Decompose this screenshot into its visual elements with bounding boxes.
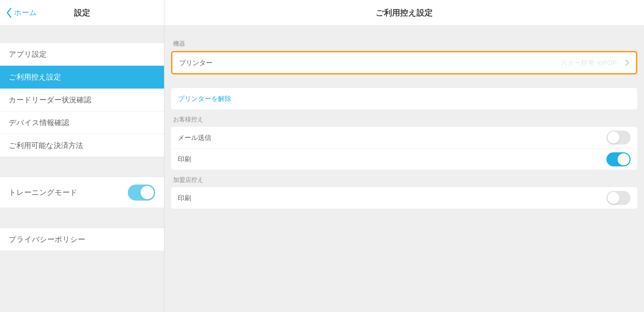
- sidebar-item-device-info[interactable]: デバイス情報確認: [0, 111, 164, 134]
- sidebar-item-app-settings[interactable]: アプリ設定: [0, 43, 164, 66]
- training-mode-toggle[interactable]: [128, 185, 155, 201]
- sidebar-header: ホーム 設定: [0, 0, 164, 25]
- email-send-toggle[interactable]: [606, 131, 631, 145]
- sidebar: ホーム 設定 アプリ設定 ご利用控え設定 カードリーダー状況確認 デバイス情報確…: [0, 0, 164, 312]
- email-send-label: メール送信: [178, 133, 211, 142]
- main-body: 機器 プリンター スター精密 mPOP: [164, 25, 644, 222]
- printer-row[interactable]: プリンター スター精密 mPOP: [172, 52, 636, 73]
- sidebar-spacer: [0, 208, 164, 228]
- sidebar-item-label: ご利用控え設定: [9, 72, 61, 82]
- email-send-row: メール送信: [171, 127, 637, 148]
- chevron-right-icon: [625, 59, 629, 66]
- main-header: ご利用控え設定: [164, 0, 644, 25]
- sidebar-item-label: アプリ設定: [9, 49, 47, 59]
- main: ご利用控え設定 機器 プリンター スター精密 mPOP: [164, 0, 644, 312]
- sidebar-item-receipt-settings[interactable]: ご利用控え設定: [0, 66, 164, 89]
- sidebar-item-privacy-policy[interactable]: プライバシーポリシー: [0, 228, 164, 251]
- printer-row-highlight: プリンター スター精密 mPOP: [171, 51, 637, 74]
- training-mode-label: トレーニングモード: [9, 188, 77, 198]
- merchant-print-row: 印刷: [171, 187, 637, 209]
- unlink-printer-group: プリンターを解除: [171, 88, 637, 109]
- privacy-policy-label: プライバシーポリシー: [9, 235, 85, 245]
- sidebar-item-label: ご利用可能な決済方法: [9, 141, 83, 151]
- printer-value: スター精密 mPOP: [560, 58, 617, 67]
- customer-print-row: 印刷: [171, 148, 637, 170]
- back-label: ホーム: [14, 8, 37, 18]
- unlink-printer-label: プリンターを解除: [178, 94, 231, 103]
- merchant-copy-group: 印刷: [171, 187, 637, 209]
- sidebar-item-payment-methods[interactable]: ご利用可能な決済方法: [0, 134, 164, 157]
- sidebar-item-label: カードリーダー状況確認: [9, 95, 91, 105]
- sidebar-item-label: デバイス情報確認: [9, 118, 69, 128]
- chevron-left-icon: [6, 8, 12, 18]
- customer-copy-group: メール送信 印刷: [171, 127, 637, 170]
- sidebar-spacer: [0, 157, 164, 177]
- customer-print-label: 印刷: [178, 155, 191, 164]
- section-label-device: 機器: [171, 34, 637, 51]
- unlink-printer-button[interactable]: プリンターを解除: [171, 88, 637, 109]
- back-button[interactable]: ホーム: [0, 8, 37, 18]
- sidebar-spacer: [0, 25, 164, 43]
- page-title: ご利用控え設定: [376, 7, 433, 18]
- customer-print-toggle[interactable]: [606, 152, 631, 166]
- section-label-customer-copy: お客様控え: [171, 109, 637, 127]
- merchant-print-label: 印刷: [178, 194, 191, 203]
- sidebar-item-training-mode[interactable]: トレーニングモード: [0, 177, 164, 208]
- sidebar-list: アプリ設定 ご利用控え設定 カードリーダー状況確認 デバイス情報確認 ご利用可能…: [0, 43, 164, 157]
- merchant-print-toggle[interactable]: [606, 191, 631, 205]
- sidebar-item-card-reader-status[interactable]: カードリーダー状況確認: [0, 89, 164, 111]
- section-label-merchant-copy: 加盟店控え: [171, 170, 637, 187]
- printer-row-label: プリンター: [179, 58, 213, 67]
